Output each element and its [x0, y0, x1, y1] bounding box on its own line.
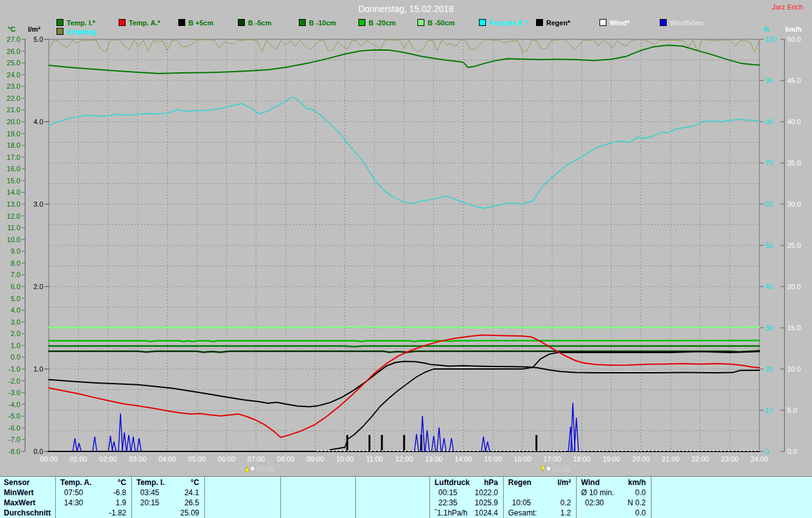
pct-tick-label: 40 — [765, 283, 773, 290]
sunrise-marker-sun-icon — [251, 467, 255, 471]
kmh-tick-label: 30.0 — [787, 200, 801, 208]
hour-label: 21:00 — [662, 455, 679, 463]
table-cell-temp_i-value: 25.09 — [136, 508, 199, 517]
pct-tick-label: 30 — [765, 324, 773, 332]
table-col-unit-temp_i: °C — [136, 478, 199, 487]
sunrise-marker-arrow-icon — [245, 466, 249, 472]
lm2-tick-label: 2.0 — [34, 283, 43, 290]
hour-label: 04:00 — [159, 455, 176, 463]
hour-label: 16:00 — [514, 455, 532, 463]
table-row-label: MinWert — [4, 488, 34, 497]
pct-tick-label: 90 — [765, 77, 773, 84]
statistics-table: SensorMinWertMaxWertDurchschnittTemp. A.… — [0, 476, 812, 518]
series-regen_summe-line — [330, 352, 759, 450]
gust-spike — [108, 436, 113, 451]
celsius-tick-label: 24.0 — [7, 71, 20, 79]
gust-spike — [127, 435, 131, 451]
celsius-tick-label: 9.0 — [11, 247, 20, 255]
hour-label: 05:00 — [188, 455, 206, 463]
gust-spike — [574, 418, 579, 451]
table-cell-regen-value: 0.2 — [508, 498, 571, 507]
hour-label: 07:00 — [247, 455, 265, 463]
celsius-tick-label: -5.0 — [8, 412, 20, 420]
series-b_minus10-line — [49, 346, 759, 347]
gust-spike — [119, 413, 123, 451]
hour-label: 00:00 — [40, 455, 58, 463]
table-cell-temp_i-value: 24.1 — [136, 488, 199, 497]
gust-spike — [93, 437, 97, 451]
celsius-tick-label: 0.0 — [11, 353, 20, 361]
gust-spike — [481, 437, 486, 451]
celsius-tick-label: 25.0 — [7, 59, 20, 67]
table-column-divider — [204, 477, 205, 518]
gust-spike — [137, 438, 141, 451]
kmh-tick-label: 5.0 — [787, 406, 797, 414]
table-row-label: Sensor — [4, 478, 30, 487]
hour-label: 24:00 — [750, 455, 768, 463]
gust-spike — [73, 438, 77, 451]
hour-label: 10:00 — [336, 455, 354, 463]
gust-spike — [112, 441, 116, 451]
celsius-tick-label: 20.0 — [7, 118, 20, 126]
lm2-tick-label: 1.0 — [34, 365, 43, 373]
celsius-tick-label: 19.0 — [7, 130, 20, 138]
pct-tick-label: 70 — [765, 159, 773, 167]
table-cell-regen-value: 1.2 — [508, 508, 571, 517]
hour-label: 03:00 — [129, 455, 147, 463]
sunrise-marker-time-label: 06:58 — [256, 465, 274, 473]
celsius-tick-label: -3.0 — [8, 389, 20, 396]
kmh-tick-label: 15.0 — [787, 324, 801, 332]
table-column-divider — [576, 477, 577, 518]
hour-label: 02:00 — [100, 455, 117, 463]
hour-label: 11:00 — [366, 455, 383, 463]
pct-tick-label: 0 — [765, 448, 769, 455]
celsius-tick-label: 18.0 — [7, 141, 20, 149]
celsius-tick-label: -4.0 — [8, 401, 20, 408]
series-b_minus20-line — [49, 340, 759, 342]
celsius-tick-label: 8.0 — [11, 259, 20, 267]
gust-spike — [131, 437, 136, 451]
table-cell-temp_a-value: -1.82 — [60, 508, 126, 517]
sunset-marker-time-label: 16:58 — [553, 465, 570, 473]
celsius-tick-label: 23.0 — [7, 82, 20, 90]
rain-bar — [369, 435, 370, 451]
gust-spike — [425, 430, 429, 451]
chart-canvas: -8.0-7.0-6.0-5.0-4.0-3.0-2.0-1.00.01.02.… — [0, 0, 812, 476]
table-cell-wind-value: 0.0 — [581, 508, 646, 517]
lm2-tick-label: 5.0 — [34, 36, 43, 43]
celsius-tick-label: 10.0 — [7, 236, 20, 243]
kmh-tick-label: 25.0 — [787, 242, 801, 249]
table-cell-wind-value: N 0.2 — [581, 498, 646, 507]
hour-label: 12:00 — [395, 455, 413, 463]
gust-spike — [571, 403, 575, 451]
table-cell-luftdruck-value: 1025.9 — [435, 498, 498, 507]
table-cell-temp_a-value: 1.9 — [60, 498, 126, 507]
kmh-tick-label: 0.0 — [787, 448, 797, 455]
celsius-tick-label: 7.0 — [11, 271, 20, 278]
table-cell-luftdruck-value: 1024.4 — [435, 508, 498, 517]
table-cell-wind-value: 0.0 — [581, 488, 646, 497]
celsius-tick-label: -8.0 — [8, 448, 20, 455]
table-cell-temp_a-value: -6.8 — [60, 488, 126, 497]
kmh-tick-label: 10.0 — [787, 365, 801, 373]
series-b_minus50-line — [49, 327, 759, 328]
hour-label: 15:00 — [484, 455, 502, 463]
gust-spike — [449, 438, 454, 451]
hour-label: 09:00 — [306, 455, 324, 463]
lm2-tick-label: 0.0 — [34, 448, 43, 455]
table-cell-temp_i-value: 26.5 — [136, 498, 199, 507]
celsius-tick-label: 22.0 — [7, 94, 20, 102]
hour-label: 06:00 — [218, 455, 235, 463]
pct-tick-label: 10 — [765, 406, 773, 414]
hour-label: 23:00 — [721, 455, 739, 463]
celsius-tick-label: 14.0 — [7, 188, 20, 196]
celsius-tick-label: 12.0 — [7, 212, 20, 220]
gust-spike — [421, 416, 425, 451]
table-col-unit-temp_a: °C — [60, 478, 126, 487]
celsius-tick-label: 5.0 — [11, 295, 20, 302]
celsius-tick-label: 4.0 — [11, 306, 20, 314]
gust-spike — [437, 427, 442, 451]
hour-label: 22:00 — [691, 455, 709, 463]
celsius-tick-label: -6.0 — [8, 424, 20, 432]
hour-label: 17:00 — [544, 455, 561, 463]
